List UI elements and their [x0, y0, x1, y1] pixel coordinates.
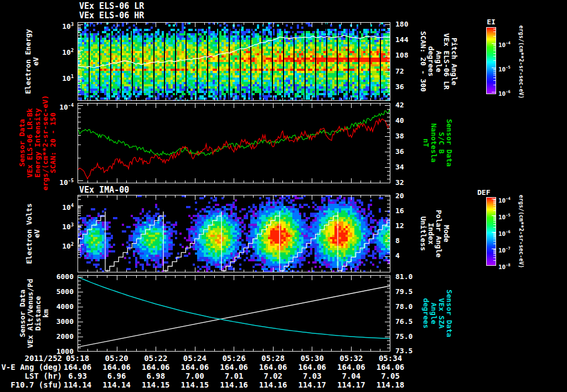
time-tick-label: 05:20 [97, 354, 136, 362]
panel3-right-tick: 20 [395, 192, 404, 200]
table-cell: 114.14 [58, 381, 97, 389]
table-cell: 164.06 [293, 363, 332, 371]
table-cell: 164.06 [332, 363, 370, 371]
panel3-right-tick: 4 [395, 252, 400, 260]
panel4-right-tick: 79.5 [395, 288, 413, 296]
ima-spectrogram-canvas [78, 195, 390, 272]
panel4-right-tick: 78.0 [395, 303, 413, 311]
panel4-left-tick: 3000 [32, 318, 74, 326]
panel1-right-tick: 36 [395, 83, 404, 91]
altitude-sza-lineplot-canvas [78, 275, 390, 352]
panel3-right-axis-label: Mode Polar Angle Index Unitless [419, 210, 450, 257]
panel2-right-tick: 42 [395, 101, 404, 109]
ima-colorbar-tick: 10-5 [498, 212, 511, 221]
date-label: 2011/252 [0, 354, 62, 362]
table-cell: 164.06 [176, 363, 214, 371]
panel2-right-tick: 34 [395, 163, 404, 171]
els-spectrogram-canvas [78, 22, 390, 101]
time-tick-label: 05:30 [293, 354, 332, 362]
table-cell: 164.06 [215, 363, 254, 371]
panel1-left-tick: 101 [32, 73, 74, 80]
table-cell: 7.03 [293, 372, 332, 380]
panel2-left-tick: 10-4 [32, 101, 74, 109]
panel3-left-tick: 104 [32, 202, 74, 209]
panel1-right-tick: 72 [395, 68, 404, 75]
panel4-left-tick: 2000 [32, 333, 74, 341]
table-cell: 7.01 [215, 372, 254, 380]
panel3-title: VEx IMA-00 [79, 185, 129, 194]
panel1-left-tick: 102 [32, 47, 74, 54]
panel2-left-tick: 10-5 [32, 177, 74, 184]
panel1-right-axis-label: Pitch Angle VEx ELS-06 LR Angle degrees … [419, 31, 458, 92]
intensity-bfield-lineplot-canvas [78, 103, 390, 183]
panel2-right-tick: 36 [395, 148, 404, 156]
table-cell: 114.17 [332, 381, 370, 389]
els-colorbar [486, 27, 496, 94]
els-colorbar-tick: 10-4 [498, 40, 511, 49]
table-cell: 6.98 [136, 372, 175, 380]
table-cell: 114.18 [371, 381, 410, 389]
table-cell: 164.06 [58, 363, 97, 371]
ima-colorbar [486, 197, 496, 266]
els-colorbar-tick: 10-6 [498, 89, 511, 97]
table-cell: 7.05 [371, 372, 410, 380]
panel3-left-axis-label: Electron Volts eV [25, 203, 41, 264]
ima-colorbar-tick: 10-7 [498, 245, 511, 254]
panel1-left-tick: 103 [32, 20, 74, 28]
time-tick-label: 05:22 [136, 354, 175, 362]
els-colorbar-title: EI [482, 18, 500, 26]
table-cell: 114.16 [254, 381, 292, 389]
panel1-right-tick: 180 [395, 20, 408, 28]
table-row-label: V-E Ang (deg) [0, 363, 62, 371]
time-tick-label: 05:32 [332, 354, 370, 362]
table-row-label: F10.7 (sfu) [0, 381, 62, 389]
panel3-left-tick: 102 [32, 240, 74, 248]
panel1-right-tick: 144 [395, 36, 408, 44]
panel4-right-axis-label: Sensor Data VEx SZA Angle degrees [422, 290, 453, 337]
table-cell: 114.16 [215, 381, 254, 389]
panel1-title-lr: VEx ELS-06 LR [79, 2, 144, 11]
panel2-right-tick: 38 [395, 132, 404, 140]
table-cell: 6.93 [58, 372, 97, 380]
panel2-right-tick: 40 [395, 117, 404, 125]
table-cell: 114.15 [176, 381, 214, 389]
ima-colorbar-tick: 10-4 [498, 195, 511, 204]
table-cell: 114.14 [97, 381, 136, 389]
panel4-left-tick: 6000 [32, 273, 74, 281]
panel3-left-tick: 103 [32, 221, 74, 229]
ima-colorbar-tick: 10-8 [498, 262, 511, 271]
table-cell: 114.15 [136, 381, 175, 389]
panel4-right-tick: 76.5 [395, 318, 413, 326]
ima-colorbar-tick: 10-6 [498, 229, 511, 238]
panel1-right-tick: 108 [395, 51, 408, 59]
panel4-right-tick: 81.0 [395, 273, 413, 281]
panel4-right-tick: 75.0 [395, 333, 413, 341]
panel3-right-tick: 8 [395, 237, 400, 245]
panel3-right-tick: 12 [395, 222, 404, 230]
time-tick-label: 05:24 [176, 354, 214, 362]
time-tick-label: 05:26 [215, 354, 254, 362]
panel4-left-tick: 5000 [32, 288, 74, 296]
panel2-right-axis-label: Sensor Data S/C B Nanotesla nT [422, 119, 453, 167]
time-tick-label: 05:28 [254, 354, 292, 362]
els-colorbar-units: ergs/(cm**2-sr-sec-eV) [518, 25, 524, 99]
table-cell: 114.17 [293, 381, 332, 389]
table-cell: 7.04 [332, 372, 370, 380]
time-tick-label: 05:18 [58, 354, 97, 362]
els-colorbar-tick: 10-5 [498, 64, 511, 73]
ima-colorbar-title: DEF [477, 189, 490, 197]
table-cell: 164.06 [97, 363, 136, 371]
table-cell: 6.96 [97, 372, 136, 380]
panel4-left-tick: 4000 [32, 303, 74, 311]
panel2-right-tick: 32 [395, 179, 404, 187]
panel1-left-axis-label: Electron Energy eV [24, 29, 40, 94]
table-cell: 7.02 [254, 372, 292, 380]
table-cell: 164.06 [254, 363, 292, 371]
time-tick-label: 05:34 [371, 354, 410, 362]
table-cell: 164.06 [136, 363, 175, 371]
cdaweb-multipanel-plot: VEx ELS-06 LR VEx ELS-06 HR VEx IMA-00 E… [0, 0, 567, 392]
ima-colorbar-units: ergs/(cm**2-sr-sec-eV) [518, 195, 524, 268]
table-cell: 7.00 [176, 372, 214, 380]
table-row-label: LST (hr) [0, 372, 62, 380]
panel1-title-hr: VEx ELS-06 HR [79, 11, 144, 20]
